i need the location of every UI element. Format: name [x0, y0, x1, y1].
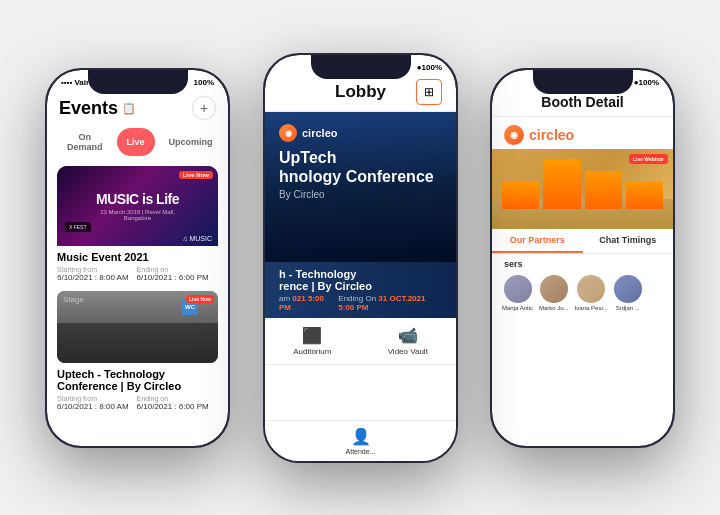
- uptech-start-label: Starting from: [57, 395, 129, 402]
- booth-header: Booth Detail: [492, 90, 673, 117]
- start-date-value: 6/10/2021 : 8:00 AM: [57, 273, 129, 282]
- events-list-icon: 📋: [122, 102, 136, 115]
- tab-our-partners[interactable]: Our Partners: [492, 229, 583, 253]
- status-bar-center: ●100%: [265, 55, 456, 75]
- user-name-4: Srdjan ...: [616, 305, 640, 311]
- uptech-event-title: Uptech - Technology Conference | By Circ…: [57, 368, 218, 392]
- booth-screen: ●100% Booth Detail ◉ circleo: [492, 70, 673, 446]
- session-name-2: rence | By Circleo: [279, 280, 442, 292]
- events-title: Events 📋: [59, 98, 136, 119]
- tab-chat-timings[interactable]: Chat Timings: [583, 229, 674, 253]
- circleo-brand: ◉ circleo: [504, 125, 661, 145]
- crowd-silhouette: [57, 323, 218, 363]
- auditorium-label: Auditorium: [293, 347, 331, 356]
- tab-upcoming[interactable]: Upcoming: [159, 128, 223, 156]
- session-end: Ending On 31 OCT.2021 5:00 PM: [338, 294, 442, 312]
- lobby-nav-video-vault[interactable]: 📹 Video Vault: [388, 326, 428, 356]
- circleo-brand-name: circleo: [529, 127, 574, 143]
- lobby-screen: ●100% Lobby ⊞ ◉ circleo UpTech h: [265, 55, 456, 461]
- qr-code-icon[interactable]: ⊞: [416, 79, 442, 105]
- lobby-header: Lobby ⊞: [265, 75, 456, 112]
- uptech-event-info: Uptech - Technology Conference | By Circ…: [57, 363, 218, 414]
- uptech-event-card[interactable]: Stage WC Live Now Uptech - Technology Co…: [57, 291, 218, 414]
- uptech-start-value: 6/10/2021 : 8:00 AM: [57, 402, 129, 411]
- lobby-navigation: ⬛ Auditorium 📹 Video Vault: [265, 318, 456, 365]
- events-header: Events 📋 +: [47, 90, 228, 124]
- booth-stand-2: [543, 159, 580, 209]
- events-title-text: Events: [59, 98, 118, 119]
- auditorium-icon: ⬛: [302, 326, 322, 345]
- add-event-button[interactable]: +: [192, 96, 216, 120]
- user-name-3: Ivana Pesi...: [575, 305, 608, 311]
- lobby-nav-auditorium[interactable]: ⬛ Auditorium: [293, 326, 331, 356]
- current-session-bar: h - Technology rence | By Circleo am 021…: [265, 262, 456, 318]
- live-now-badge: Live Now: [179, 171, 213, 179]
- booth-stands: [502, 159, 663, 209]
- user-item-2: Marko Ju...: [539, 275, 569, 311]
- signal-indicator: •••• Vairs: [61, 78, 94, 87]
- booth-tabs: Our Partners Chat Timings: [492, 229, 673, 254]
- start-date-group: Starting from 6/10/2021 : 8:00 AM: [57, 266, 129, 282]
- booth-stand-4: [626, 181, 663, 209]
- uptech-end-value: 6/10/2021 : 6:00 PM: [137, 402, 209, 411]
- uptech-end-group: Ending on 6/10/2021 : 6:00 PM: [137, 395, 209, 411]
- right-battery: ●100%: [634, 78, 659, 87]
- bottom-nav-attendees[interactable]: 👤 Attende...: [346, 427, 376, 455]
- booth-exhibition-image: Live Webinar: [492, 149, 673, 229]
- booth-stand-1: [502, 181, 539, 209]
- session-dates: am 021 5:00 PM Ending On 31 OCT.2021 5:0…: [279, 294, 442, 312]
- attendees-icon: 👤: [351, 427, 371, 446]
- music-event-banner: MUSIC is Life 23 March 2018 | Revel Mall…: [57, 166, 218, 246]
- end-date-value: 6/10/2021 : 6:00 PM: [137, 273, 209, 282]
- live-webinar-badge: Live Webinar: [629, 154, 668, 164]
- video-vault-icon: 📹: [398, 326, 418, 345]
- phone-right: ●100% Booth Detail ◉ circleo: [490, 68, 675, 448]
- uptech-start-group: Starting from 6/10/2021 : 8:00 AM: [57, 395, 129, 411]
- phone-center: ●100% Lobby ⊞ ◉ circleo UpTech h: [263, 53, 458, 463]
- music-banner-text: MUSIC is Life 23 March 2018 | Revel Mall…: [96, 191, 179, 221]
- tab-on-demand[interactable]: On Demand: [57, 128, 113, 156]
- uptech-live-badge: Live Now: [186, 295, 214, 303]
- user-avatar-3: [577, 275, 605, 303]
- session-start: am 021 5:00 PM: [279, 294, 330, 312]
- banner-content: ◉ circleo UpTech hnology Conference By C…: [279, 124, 442, 200]
- center-battery: ●100%: [417, 63, 442, 72]
- booth-users-list: Marija Antic Marko Ju... Ivana Pesi... S…: [492, 272, 673, 314]
- end-date-label: Ending on: [137, 266, 209, 273]
- status-bar-right: ●100%: [492, 70, 673, 90]
- user-item-3: Ivana Pesi...: [575, 275, 608, 311]
- conference-subtitle: By Circleo: [279, 189, 442, 200]
- apple-music-logo: ♫ MUSIC: [182, 235, 212, 242]
- events-screen: •••• Vairs 100% Events 📋 + On Demand Liv…: [47, 70, 228, 446]
- music-event-card[interactable]: MUSIC is Life 23 March 2018 | Revel Mall…: [57, 166, 218, 285]
- conference-banner: ◉ circleo UpTech hnology Conference By C…: [265, 112, 456, 262]
- user-name-1: Marija Antic: [502, 305, 533, 311]
- app-scene: •••• Vairs 100% Events 📋 + On Demand Liv…: [0, 0, 720, 515]
- user-avatar-4: [614, 275, 642, 303]
- user-avatar-2: [540, 275, 568, 303]
- battery-indicator: 100%: [194, 78, 214, 87]
- phone-left: •••• Vairs 100% Events 📋 + On Demand Liv…: [45, 68, 230, 448]
- tab-live[interactable]: Live: [117, 128, 155, 156]
- xfest-badge: X FEST: [65, 222, 91, 232]
- lobby-bottom-nav: 👤 Attende...: [265, 420, 456, 461]
- attendees-label: Attende...: [346, 448, 376, 455]
- booth-stand-3: [585, 171, 622, 209]
- booth-section-title: sers: [492, 254, 673, 272]
- conf-title-line1: UpTech: [279, 148, 442, 167]
- video-vault-label: Video Vault: [388, 347, 428, 356]
- music-is-life-text: MUSIC is Life: [96, 191, 179, 207]
- music-event-title: Music Event 2021: [57, 251, 218, 263]
- music-event-date: 23 March 2018 | Revel Mall, Bangalore: [96, 209, 179, 221]
- user-item-4: Srdjan ...: [614, 275, 642, 311]
- conference-title: UpTech hnology Conference: [279, 148, 442, 186]
- events-tabs: On Demand Live Upcoming: [47, 124, 228, 160]
- circleo-brand-icon: ◉: [504, 125, 524, 145]
- conf-title-line2: hnology Conference: [279, 167, 442, 186]
- lobby-title: Lobby: [335, 82, 386, 102]
- uptech-end-label: Ending on: [137, 395, 209, 402]
- circleo-logo-banner: ◉ circleo: [279, 124, 442, 142]
- end-date-group: Ending on 6/10/2021 : 6:00 PM: [137, 266, 209, 282]
- circleo-name: circleo: [302, 127, 337, 139]
- booth-company: ◉ circleo: [492, 117, 673, 149]
